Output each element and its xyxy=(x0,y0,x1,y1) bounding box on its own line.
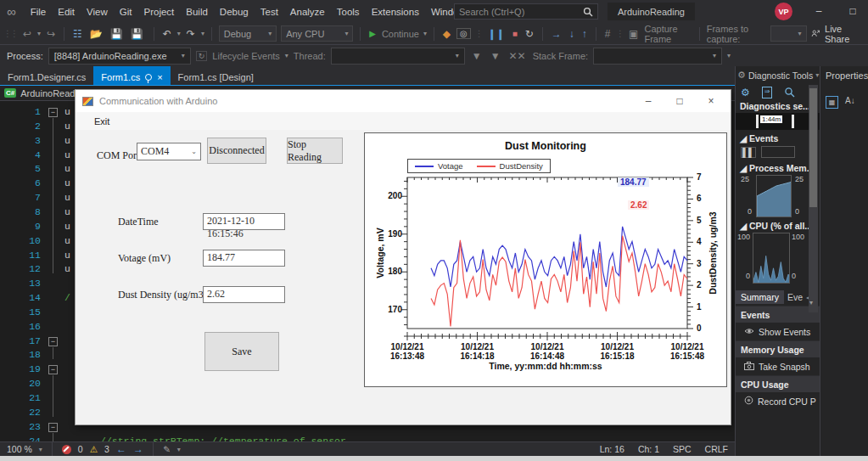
save-button[interactable]: Save xyxy=(204,332,279,371)
export-icon[interactable]: ⇒ xyxy=(762,87,773,98)
menu-project[interactable]: Project xyxy=(137,7,180,17)
scrollbar[interactable]: ▾ xyxy=(809,85,818,312)
undo-icon[interactable]: ↶ xyxy=(161,28,173,40)
action-record-cpu-p[interactable]: Record CPU P xyxy=(736,392,820,410)
hot-reload-icon[interactable]: ◆ xyxy=(441,28,452,40)
session-timeline[interactable]: 1:44m xyxy=(736,113,820,130)
action-show-events[interactable]: Show Events xyxy=(736,323,820,340)
menu-debug[interactable]: Debug xyxy=(214,7,255,17)
menu-tools[interactable]: Tools xyxy=(331,7,366,17)
process-memory-header[interactable]: ◢ Process Mem... xyxy=(736,163,820,173)
field-value-input[interactable]: 184.77 xyxy=(203,250,285,267)
gear-icon[interactable]: ⚙ xyxy=(737,70,746,81)
field-value-input[interactable]: 2021-12-10 16:15:46 xyxy=(203,213,285,230)
restore-button[interactable]: □ xyxy=(838,0,867,22)
chevron-down-icon[interactable]: ▾ xyxy=(285,52,288,59)
step-over-icon[interactable]: → xyxy=(550,28,563,40)
fold-collapse-icon[interactable]: − xyxy=(48,365,58,374)
pin-icon[interactable] xyxy=(145,74,152,81)
chevron-down-icon[interactable]: ▾ xyxy=(39,446,42,453)
search-input[interactable]: Search (Ctrl+Q) xyxy=(454,3,598,20)
account-avatar[interactable]: VP xyxy=(775,3,792,20)
code-line[interactable]: //string strPTemp; //temperature of sens… xyxy=(100,436,346,441)
redo-icon[interactable]: ↷ xyxy=(185,28,197,40)
action-take-snapsh[interactable]: Take Snapsh xyxy=(736,357,820,375)
save-all-icon[interactable]: 💾 xyxy=(129,28,147,40)
chevron-down-icon[interactable]: ▾ xyxy=(37,30,41,37)
menu-build[interactable]: Build xyxy=(180,7,214,17)
step-into-icon[interactable]: ↓ xyxy=(568,28,576,40)
fold-collapse-icon[interactable]: − xyxy=(48,423,58,432)
open-folder-icon[interactable]: 📂 xyxy=(88,28,104,40)
navigate-back-icon[interactable]: ↩ xyxy=(21,28,33,40)
disconnect-button[interactable]: Disconnected xyxy=(207,138,266,164)
errors-icon[interactable] xyxy=(62,445,71,454)
close-icon[interactable]: × xyxy=(157,72,162,82)
lifecycle-events-dropdown[interactable]: Lifecycle Events xyxy=(212,51,279,61)
flag-threads-icon[interactable]: ▼ xyxy=(489,50,502,62)
field-value-input[interactable]: 2.62 xyxy=(203,286,285,303)
toolbar-overflow-icon[interactable]: ▾ xyxy=(727,52,731,59)
navigate-backward-icon[interactable]: ← xyxy=(116,443,126,455)
scrollbar-thumb[interactable] xyxy=(809,88,817,207)
pencil-icon[interactable]: ✎ xyxy=(163,444,171,454)
chevron-down-icon[interactable]: ▾ xyxy=(177,30,181,37)
menu-edit[interactable]: Edit xyxy=(52,7,81,17)
app-minimize-button[interactable]: – xyxy=(636,92,661,110)
chevron-down-icon[interactable]: ▾ xyxy=(815,71,819,79)
pause-icon[interactable]: ❙❙ xyxy=(486,28,507,40)
continue-button[interactable]: Continue xyxy=(382,29,419,39)
com-port-dropdown[interactable]: COM4 ⌄ xyxy=(137,143,201,160)
breakpoint-settings-icon[interactable]: # xyxy=(602,28,612,40)
live-share-button[interactable]: Live Share xyxy=(825,24,858,44)
toggle-suspended-icon[interactable]: ✕✕ xyxy=(507,50,528,62)
menu-git[interactable]: Git xyxy=(114,7,138,17)
cpu-section-header[interactable]: ◢ CPU (% of all... xyxy=(736,221,820,231)
chevron-down-icon[interactable]: ▾ xyxy=(809,299,813,306)
fold-collapse-icon[interactable]: − xyxy=(48,337,58,346)
warnings-icon[interactable]: ⚠ xyxy=(90,444,98,454)
restart-icon[interactable]: ↻ xyxy=(524,28,535,40)
app-maximize-button[interactable]: □ xyxy=(667,92,692,110)
app-title-bar[interactable]: Communication with Arduino – □ × xyxy=(76,90,731,112)
zoom-level-dropdown[interactable]: 100 % xyxy=(7,444,32,454)
menu-exit[interactable]: Exit xyxy=(76,116,118,126)
tab-summary[interactable]: Summary xyxy=(736,290,784,304)
menu-view[interactable]: View xyxy=(81,7,114,17)
stack-frame-dropdown[interactable]: ▾ xyxy=(593,48,722,65)
chevron-down-icon[interactable]: ▾ xyxy=(177,446,181,453)
sort-alphabetical-icon[interactable]: A↓ xyxy=(845,96,855,109)
tab-form1-cs[interactable]: Form1.cs× xyxy=(93,66,170,85)
minimize-button[interactable]: – xyxy=(804,0,833,22)
frames-to-capture-dropdown[interactable]: ▾ xyxy=(770,25,807,42)
navigate-forward-icon[interactable]: ↪ xyxy=(45,28,57,40)
chevron-down-icon[interactable]: ▾ xyxy=(201,30,204,37)
target-icon[interactable]: ◎ xyxy=(456,28,471,39)
properties-header[interactable]: Properties ▾ xyxy=(820,66,868,84)
step-out-icon[interactable]: ↑ xyxy=(580,28,589,40)
filter-threads-icon[interactable]: ▼ xyxy=(470,50,484,62)
continue-icon[interactable]: ▶ xyxy=(367,29,378,38)
menu-test[interactable]: Test xyxy=(255,7,284,17)
process-dropdown[interactable]: [8848] ArduinoReading.exe▾ xyxy=(48,48,191,65)
line-indicator[interactable]: Ln: 16 xyxy=(600,444,624,454)
settings-gear-icon[interactable]: ⚙ xyxy=(741,87,750,98)
camera-small-icon[interactable]: ▣ xyxy=(627,28,640,40)
thread-dropdown[interactable]: ▾ xyxy=(331,48,465,65)
line-ending-indicator[interactable]: CRLF xyxy=(705,444,728,454)
fold-collapse-icon[interactable]: − xyxy=(48,108,58,117)
new-file-icon[interactable]: ☷ xyxy=(71,28,84,40)
error-count[interactable]: 0 xyxy=(78,444,83,454)
events-filter-icon[interactable]: ▌▌ xyxy=(741,147,756,158)
tab-events[interactable]: Eve xyxy=(784,290,806,304)
warning-count[interactable]: 3 xyxy=(104,444,109,454)
menu-extensions[interactable]: Extensions xyxy=(366,7,425,17)
menu-analyze[interactable]: Analyze xyxy=(284,7,331,17)
zoom-icon[interactable] xyxy=(784,87,795,98)
navigate-forward-icon[interactable]: → xyxy=(133,443,143,455)
stop-reading-button[interactable]: Stop Reading xyxy=(287,138,343,164)
save-icon[interactable]: 💾 xyxy=(109,28,125,40)
solution-platform-dropdown[interactable]: Any CPU▾ xyxy=(281,25,353,42)
chevron-down-icon[interactable]: ▾ xyxy=(423,30,427,37)
tab-form1-cs-design-[interactable]: Form1.cs [Design] xyxy=(171,66,261,85)
